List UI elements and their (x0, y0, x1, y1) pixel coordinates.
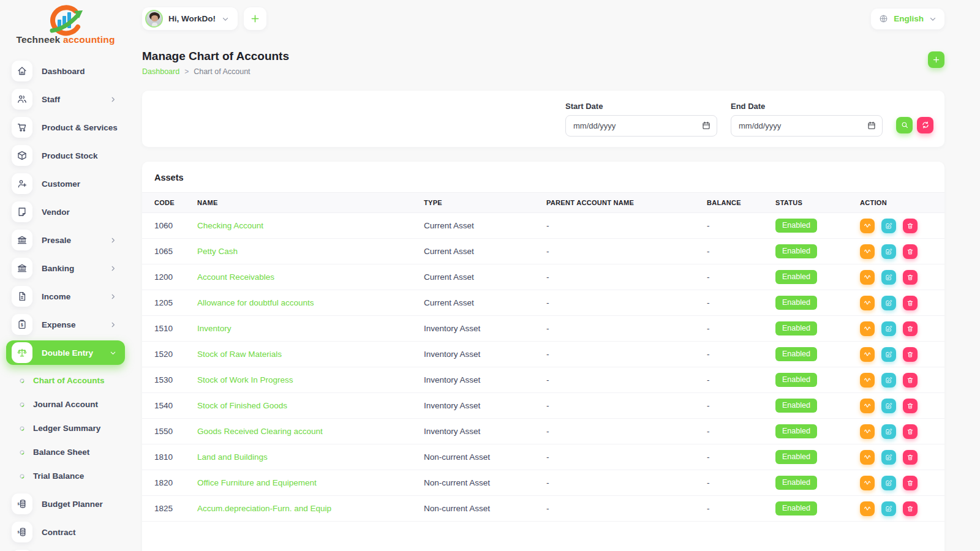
create-account-button[interactable] (928, 51, 944, 68)
start-date-input[interactable] (565, 115, 717, 137)
sidebar-item-dashboard[interactable]: Dashboard (6, 59, 125, 83)
reset-button[interactable] (917, 117, 933, 133)
edit-button[interactable] (881, 476, 896, 490)
activity-button[interactable] (860, 244, 875, 259)
breadcrumb-dashboard-link[interactable]: Dashboard (142, 67, 179, 76)
trash-icon (907, 479, 914, 487)
edit-button[interactable] (881, 270, 896, 285)
account-name-link[interactable]: Land and Buildings (197, 452, 268, 462)
activity-button[interactable] (860, 450, 875, 465)
delete-button[interactable] (903, 347, 918, 362)
activity-button[interactable] (860, 296, 875, 310)
cell-parent: - (546, 444, 707, 470)
delete-button[interactable] (903, 501, 918, 516)
sidebar-subitem-ledger-summary[interactable]: Ledger Summary (0, 416, 131, 440)
sidebar-menu: DashboardStaffProduct & ServicesProduct … (0, 59, 131, 551)
delete-button[interactable] (903, 321, 918, 336)
bullet-icon (19, 378, 25, 384)
delete-button[interactable] (903, 450, 918, 465)
sidebar-item-budget-planner[interactable]: $Budget Planner (6, 492, 125, 516)
column-header-balance: BALANCE (707, 193, 775, 213)
end-date-label: End Date (731, 102, 883, 111)
activity-button[interactable] (860, 476, 875, 490)
activity-button[interactable] (860, 270, 875, 285)
account-name-link[interactable]: Stock of Raw Materials (197, 350, 282, 359)
activity-button[interactable] (860, 399, 875, 413)
user-plus-icon (17, 178, 28, 189)
sidebar-item-product-stock[interactable]: Product Stock (6, 143, 125, 168)
brand-name: Techneek accounting (16, 34, 115, 45)
account-name-link[interactable]: Accum.depreciation-Furn. and Equip (197, 504, 331, 513)
sidebar-subitem-journal-account[interactable]: Journal Account (0, 392, 131, 416)
edit-icon (885, 377, 892, 384)
cell-code: 1200 (142, 264, 197, 290)
account-name-link[interactable]: Petty Cash (197, 247, 238, 256)
edit-button[interactable] (881, 347, 896, 362)
cell-balance: - (707, 342, 775, 367)
sidebar-item-banking[interactable]: Banking (6, 256, 125, 280)
sidebar-item-presale[interactable]: Presale (6, 228, 125, 252)
account-name-link[interactable]: Goods Received Clearing account (197, 427, 323, 436)
sidebar-item-vendor[interactable]: Vendor (6, 200, 125, 224)
table-body: 1060Checking AccountCurrent Asset--Enabl… (142, 213, 944, 522)
edit-button[interactable] (881, 244, 896, 259)
sidebar-item-income[interactable]: Income (6, 284, 125, 309)
activity-button[interactable] (860, 321, 875, 336)
account-name-link[interactable]: Account Receivables (197, 272, 274, 282)
user-menu[interactable]: Hi, WorkDo! (142, 7, 238, 30)
account-name-link[interactable]: Office Furniture and Equipement (197, 478, 317, 487)
edit-button[interactable] (881, 219, 896, 233)
sidebar-item-label: Banking (42, 264, 74, 273)
account-name-link[interactable]: Allowance for doubtful accounts (197, 298, 314, 307)
language-selector[interactable]: English (871, 9, 944, 29)
note-icon-tile (12, 201, 32, 222)
delete-button[interactable] (903, 296, 918, 310)
delete-button[interactable] (903, 219, 918, 233)
cell-type: Current Asset (424, 213, 546, 239)
sidebar-item-label: Income (42, 292, 70, 301)
account-name-link[interactable]: Checking Account (197, 221, 263, 230)
edit-button[interactable] (881, 424, 896, 439)
sidebar-subitem-trial-balance[interactable]: Trial Balance (0, 464, 131, 488)
sidebar-item-contract[interactable]: $Contract (6, 520, 125, 544)
table-row: 1205Allowance for doubtful accountsCurre… (142, 290, 944, 316)
sidebar-partial-item[interactable]: $ (6, 548, 125, 551)
delete-button[interactable] (903, 476, 918, 490)
cart-icon-tile (12, 117, 32, 138)
activity-button[interactable] (860, 373, 875, 388)
edit-button[interactable] (881, 296, 896, 310)
wave-icon (864, 376, 872, 384)
delete-button[interactable] (903, 424, 918, 439)
account-name-link[interactable]: Inventory (197, 324, 232, 333)
edit-button[interactable] (881, 501, 896, 516)
search-button[interactable] (896, 117, 913, 133)
cell-code: 1060 (142, 213, 197, 239)
account-name-link[interactable]: Stock of Work In Progress (197, 375, 293, 384)
sidebar-item-staff[interactable]: Staff (6, 87, 125, 111)
topbar-add-button[interactable] (244, 7, 266, 30)
account-name-link[interactable]: Stock of Finished Goods (197, 401, 287, 410)
activity-button[interactable] (860, 501, 875, 516)
activity-button[interactable] (860, 219, 875, 233)
edit-button[interactable] (881, 399, 896, 413)
sidebar-item-product-services[interactable]: Product & Services (6, 115, 125, 140)
sidebar-item-customer[interactable]: Customer (6, 171, 125, 196)
trash-icon (907, 454, 914, 461)
activity-button[interactable] (860, 424, 875, 439)
delete-button[interactable] (903, 399, 918, 413)
sidebar-subitem-chart-of-accounts[interactable]: Chart of Accounts (0, 369, 131, 392)
column-header-name: NAME (197, 193, 424, 213)
activity-button[interactable] (860, 347, 875, 362)
sidebar-item-expense[interactable]: $Expense (6, 312, 125, 337)
delete-button[interactable] (903, 244, 918, 259)
edit-button[interactable] (881, 373, 896, 388)
edit-button[interactable] (881, 450, 896, 465)
cell-parent: - (546, 470, 707, 496)
edit-button[interactable] (881, 321, 896, 336)
delete-button[interactable] (903, 373, 918, 388)
delete-button[interactable] (903, 270, 918, 285)
sidebar-item-double-entry[interactable]: Double Entry (6, 340, 125, 365)
end-date-input[interactable] (731, 115, 883, 137)
sidebar-subitem-balance-sheet[interactable]: Balance Sheet (0, 440, 131, 464)
cell-balance: - (707, 316, 775, 342)
